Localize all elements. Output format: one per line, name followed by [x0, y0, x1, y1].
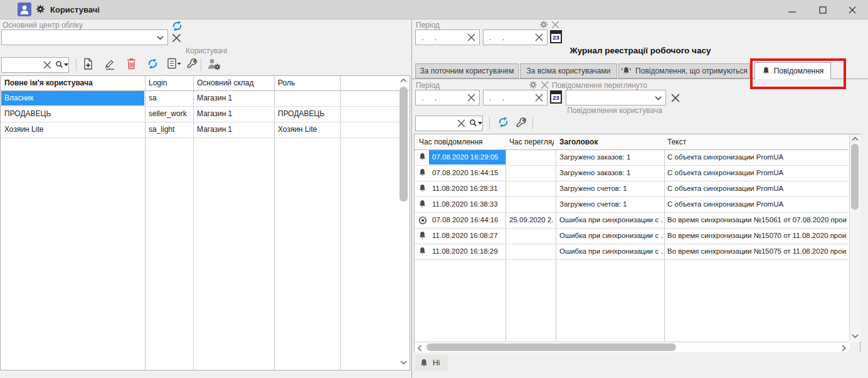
time-cell[interactable]: 11.08.2020 16:38:33: [432, 197, 504, 212]
time-cell[interactable]: 07.08.2020 16:44:16: [432, 212, 504, 228]
clear-date-icon[interactable]: [535, 33, 543, 41]
time-cell[interactable]: 11.08.2020 16:18:29: [432, 244, 504, 259]
settings-gear-icon[interactable]: [36, 4, 45, 14]
scroll-down-icon[interactable]: [852, 334, 859, 338]
column-header-login[interactable]: Login: [149, 76, 190, 90]
user-warehouse-cell[interactable]: Магазин 1: [197, 122, 271, 138]
date-to-input[interactable]: . .: [483, 90, 548, 105]
period-clear-icon[interactable]: [551, 21, 559, 29]
user-login-cell[interactable]: sa: [149, 90, 190, 106]
user-login-cell[interactable]: sa_light: [149, 122, 190, 138]
edit-pencil-icon[interactable]: [104, 58, 116, 70]
tab-all-users[interactable]: За всіма користувачами: [520, 63, 617, 78]
viewed-combobox[interactable]: [566, 90, 666, 105]
refresh-icon[interactable]: [172, 21, 183, 31]
time-cell-selected[interactable]: 07.08.2020 16:29:05: [429, 150, 505, 165]
viewed-cell[interactable]: [509, 244, 554, 259]
scroll-left-icon[interactable]: [418, 345, 422, 352]
horizontal-scrollbar-thumb[interactable]: [426, 343, 676, 351]
delete-trash-icon[interactable]: [126, 58, 137, 70]
period-gear-icon[interactable]: [539, 20, 548, 29]
table-row[interactable]: 11.08.2020 16:08:27 Ошибка при синхрониз…: [415, 228, 849, 244]
user-settings-icon[interactable]: [207, 58, 221, 70]
table-row[interactable]: 11.08.2020 16:18:29 Ошибка при синхрониз…: [415, 244, 849, 260]
header-cell[interactable]: Загружено счетов: 1: [559, 197, 662, 212]
header-cell[interactable]: Загружено заказов: 1: [559, 149, 662, 165]
minimize-button[interactable]: [783, 4, 802, 16]
table-row[interactable]: 11.08.2020 16:28:31 Загружено счетов: 1 …: [415, 181, 849, 197]
date-to-input[interactable]: . .: [483, 30, 548, 45]
period-gear-icon[interactable]: [529, 80, 537, 89]
clear-x-icon[interactable]: [172, 33, 181, 43]
time-cell[interactable]: 07.08.2020 16:44:15: [432, 165, 504, 181]
clear-search-icon[interactable]: [43, 61, 51, 69]
user-warehouse-cell[interactable]: Магазин 1: [197, 90, 271, 106]
search-input[interactable]: [415, 116, 483, 131]
notifications-no-button[interactable]: Ні: [415, 355, 448, 371]
search-options-caret-icon[interactable]: [478, 122, 482, 125]
user-role-cell[interactable]: ПРОДАВЕЦЬ: [278, 106, 337, 122]
text-cell[interactable]: С объекта синхронизации PromUA: [667, 181, 847, 197]
header-cell[interactable]: Ошибка при синхронизации с ...: [559, 228, 662, 244]
table-row[interactable]: 07.08.2020 16:44:15 Загружено заказов: 1…: [415, 165, 849, 181]
tab-notifications[interactable]: Повідомлення: [754, 62, 831, 79]
column-header-name[interactable]: Повне ім'я користувача: [4, 76, 141, 90]
viewed-cell[interactable]: [509, 149, 554, 165]
vertical-scrollbar-thumb[interactable]: [851, 144, 859, 210]
user-name-cell[interactable]: ПРОДАВЕЦЬ: [4, 106, 141, 122]
text-cell[interactable]: С объекта синхронизации PromUA: [667, 197, 847, 212]
user-login-cell[interactable]: seller_work: [149, 106, 190, 122]
refresh-icon[interactable]: [498, 117, 509, 127]
text-cell[interactable]: Во время синхронизации №15075 от 11.08.2…: [667, 244, 847, 259]
clear-date-icon[interactable]: [467, 94, 475, 102]
search-options-caret-icon[interactable]: [64, 63, 68, 67]
search-input[interactable]: [1, 57, 69, 73]
table-row[interactable]: 11.08.2020 16:38:33 Загружено счетов: 1 …: [415, 197, 849, 213]
date-from-input[interactable]: . .: [415, 30, 480, 45]
clear-x-icon[interactable]: [671, 94, 680, 102]
viewed-cell[interactable]: 25.09.2020 2...: [509, 212, 554, 228]
vertical-scrollbar[interactable]: [849, 134, 860, 341]
list-menu-icon[interactable]: [166, 58, 181, 70]
wrench-icon[interactable]: [516, 117, 527, 129]
calendar-icon[interactable]: 23: [550, 90, 562, 104]
user-warehouse-cell[interactable]: Магазин 1: [197, 106, 271, 122]
header-cell[interactable]: Загружено заказов: 1: [559, 165, 662, 181]
viewed-cell[interactable]: [509, 228, 554, 244]
scroll-up-icon[interactable]: [400, 78, 407, 83]
table-row[interactable]: ПРОДАВЕЦЬ seller_work Магазин 1 ПРОДАВЕЦ…: [1, 106, 410, 122]
refresh-icon[interactable]: [147, 58, 158, 69]
horizontal-scrollbar[interactable]: [415, 342, 849, 352]
column-header-warehouse[interactable]: Основний склад: [197, 76, 271, 90]
clear-date-icon[interactable]: [535, 94, 543, 102]
add-item-icon[interactable]: [82, 58, 94, 70]
panel-splitter[interactable]: [411, 19, 412, 378]
maximize-button[interactable]: [813, 4, 832, 16]
scroll-up-icon[interactable]: [852, 137, 859, 141]
user-name-cell[interactable]: Хозяин Lite: [4, 122, 141, 138]
text-cell[interactable]: Во время синхронизации №15070 от 11.08.2…: [667, 228, 847, 244]
header-cell[interactable]: Ошибка при синхронизации с ...: [559, 244, 662, 259]
tab-current-user[interactable]: За поточним користувачем: [415, 63, 519, 78]
column-header-time[interactable]: Час повідомлення: [419, 134, 504, 149]
column-header-text[interactable]: Текст: [667, 134, 847, 149]
header-cell[interactable]: Ошибка при синхронизации с ...: [559, 212, 662, 228]
text-cell[interactable]: С объекта синхронизации PromUA: [667, 165, 847, 181]
column-header-role[interactable]: Роль: [278, 76, 337, 90]
viewed-cell[interactable]: [509, 181, 554, 197]
table-row[interactable]: Власник sa Магазин 1: [1, 90, 410, 107]
scroll-down-icon[interactable]: [400, 360, 407, 365]
viewed-cell[interactable]: [509, 165, 554, 181]
wrench-icon[interactable]: [186, 58, 198, 70]
table-row[interactable]: Хозяин Lite sa_light Магазин 1 Хозяин Li…: [1, 122, 410, 138]
user-role-cell[interactable]: [278, 90, 337, 106]
column-header-viewed[interactable]: Час перегляду: [509, 134, 554, 149]
user-role-cell[interactable]: Хозяин Lite: [278, 122, 337, 138]
time-cell[interactable]: 11.08.2020 16:08:27: [432, 228, 504, 244]
column-header-header[interactable]: Заголовок: [559, 134, 662, 149]
scroll-right-icon[interactable]: [842, 345, 846, 352]
table-row[interactable]: 07.08.2020 16:29:05 Загружено заказов: 1…: [415, 149, 849, 166]
user-name-cell-selected[interactable]: Власник: [1, 91, 144, 105]
tab-received-notifications[interactable]: Повідомлення, що отримуються: [618, 63, 750, 78]
search-icon[interactable]: [55, 60, 64, 70]
